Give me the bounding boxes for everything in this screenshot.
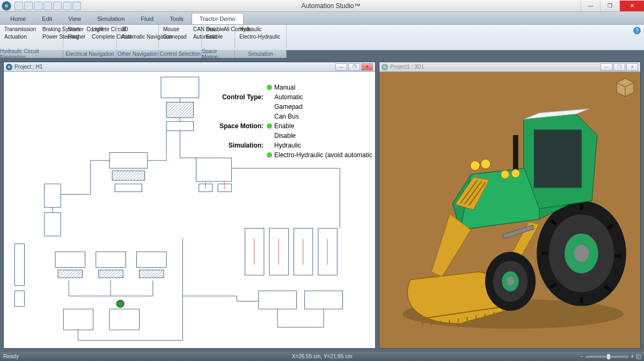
app-logo-icon bbox=[2, 1, 11, 11]
qat-button[interactable] bbox=[24, 2, 33, 10]
pane-close-button[interactable]: ✕ bbox=[626, 63, 638, 71]
svg-rect-6 bbox=[196, 158, 232, 181]
overlay-value: Can Bus bbox=[274, 112, 299, 121]
zoom-controls: − + ◱ bbox=[580, 353, 641, 359]
pane-minimize-button[interactable]: — bbox=[335, 63, 347, 71]
tab-view[interactable]: View bbox=[60, 13, 89, 24]
tab-tractor-demo[interactable]: Tractor Demo bbox=[192, 13, 244, 24]
overlay-value: Enable bbox=[274, 121, 294, 131]
svg-rect-56 bbox=[513, 135, 518, 172]
svg-rect-2 bbox=[166, 102, 194, 117]
document-icon bbox=[382, 64, 388, 70]
svg-rect-22 bbox=[140, 270, 164, 278]
ribbon-item[interactable]: Flasher bbox=[68, 33, 85, 41]
svg-rect-12 bbox=[112, 171, 145, 180]
zoom-slider[interactable] bbox=[586, 356, 628, 358]
ribbon-group-label: Hydraulic Circuit Navigation bbox=[0, 50, 63, 58]
close-button[interactable]: ✕ bbox=[619, 1, 644, 11]
pane-minimize-button[interactable]: — bbox=[601, 63, 612, 71]
qat-button[interactable] bbox=[34, 2, 42, 10]
svg-rect-30 bbox=[318, 229, 337, 275]
overlay-value: Manual bbox=[274, 83, 295, 92]
ribbon-group-label: Space Motion bbox=[202, 50, 235, 58]
pane-close-button[interactable]: ✕ bbox=[361, 63, 373, 71]
status-coordinates: X=26.55 cm, Y=21.95 cm bbox=[292, 353, 353, 359]
ribbon-group-labels: Hydraulic Circuit Navigation Electrical … bbox=[0, 50, 644, 58]
ribbon-item[interactable]: Transmission bbox=[4, 26, 36, 33]
ribbon-group-control-selection: Mouse Gamepad CAN Bus Automatic All Cont… bbox=[159, 25, 202, 48]
svg-point-57 bbox=[470, 161, 480, 171]
ribbon-tabs: Home Edit View Simulation Fluid Tools Tr… bbox=[0, 12, 644, 25]
svg-rect-17 bbox=[55, 252, 85, 267]
minimize-button[interactable]: — bbox=[581, 1, 600, 11]
window-buttons: — ❐ ✕ bbox=[581, 1, 644, 11]
tab-tools[interactable]: Tools bbox=[162, 13, 192, 24]
ribbon-item[interactable]: Hydraulic bbox=[239, 26, 282, 33]
zoom-fit-icon[interactable]: ◱ bbox=[636, 353, 641, 359]
tab-simulation[interactable]: Simulation bbox=[89, 13, 133, 24]
ribbon-group-hydraulic-nav: Transmission Actuation Braking System Po… bbox=[0, 25, 63, 48]
statusbar: Ready X=26.55 cm, Y=21.95 cm − + ◱ bbox=[0, 352, 644, 361]
ribbon-group-other-nav: 3D Automatic Navigation bbox=[117, 25, 159, 48]
zoom-in-button[interactable]: + bbox=[631, 353, 634, 359]
svg-rect-37 bbox=[14, 244, 24, 286]
ribbon-group-label: Other Navigation bbox=[117, 50, 159, 58]
overlay-value: Automatic bbox=[274, 92, 303, 102]
svg-rect-55 bbox=[534, 130, 581, 188]
ribbon-item[interactable]: Actuation bbox=[4, 33, 36, 41]
svg-rect-14 bbox=[45, 184, 61, 208]
ribbon-item[interactable]: Gamepad bbox=[163, 33, 187, 41]
overlay-label: Space Motion: bbox=[213, 121, 267, 131]
overlay-label: Control Type: bbox=[213, 92, 267, 102]
status-dot-icon bbox=[267, 123, 272, 129]
ribbon-item[interactable]: Starter bbox=[68, 26, 85, 33]
ribbon-group-simulation: Hydraulic Electro-Hydraulic bbox=[235, 25, 287, 48]
qat-button[interactable] bbox=[63, 2, 71, 10]
svg-rect-19 bbox=[96, 252, 126, 267]
ribbon-group-label: Control Selection bbox=[159, 50, 202, 58]
view-cube-icon[interactable] bbox=[614, 76, 636, 98]
ribbon-item[interactable]: Electro-Hydraulic bbox=[239, 33, 282, 41]
svg-rect-20 bbox=[99, 270, 123, 278]
svg-point-58 bbox=[481, 159, 491, 169]
qat-button[interactable] bbox=[14, 2, 23, 10]
help-icon[interactable]: ? bbox=[633, 27, 641, 34]
tab-home[interactable]: Home bbox=[2, 13, 34, 24]
svg-rect-21 bbox=[137, 252, 167, 267]
overlay-value: Gamepad bbox=[274, 102, 303, 112]
ribbon-item[interactable]: Mouse bbox=[163, 26, 187, 33]
pane-title-text: Project1 : 3D1 bbox=[390, 64, 424, 70]
svg-point-26 bbox=[116, 300, 124, 308]
svg-rect-18 bbox=[58, 270, 82, 278]
qat-button[interactable] bbox=[43, 2, 52, 10]
svg-point-60 bbox=[511, 169, 520, 178]
svg-rect-35 bbox=[259, 291, 297, 309]
pane-restore-button[interactable]: ❐ bbox=[613, 63, 625, 71]
schematic-canvas[interactable]: Manual Control Type:Automatic Gamepad Ca… bbox=[4, 72, 375, 348]
pane-restore-button[interactable]: ❐ bbox=[348, 63, 360, 71]
svg-rect-28 bbox=[269, 229, 288, 275]
svg-rect-27 bbox=[245, 229, 264, 275]
tab-edit[interactable]: Edit bbox=[34, 13, 60, 24]
svg-rect-1 bbox=[161, 77, 199, 98]
ribbon-item[interactable]: Disable bbox=[206, 26, 230, 33]
qat-button[interactable] bbox=[72, 2, 81, 10]
ribbon-group-label: Simulation bbox=[235, 50, 287, 58]
3d-viewport[interactable] bbox=[379, 72, 640, 348]
3d-pane: Project1 : 3D1 — ❐ ✕ bbox=[379, 62, 641, 349]
tab-fluid[interactable]: Fluid bbox=[133, 13, 162, 24]
ribbon-item[interactable]: Enable bbox=[206, 33, 230, 41]
svg-rect-29 bbox=[294, 229, 312, 275]
overlay-value: Disable bbox=[274, 131, 296, 141]
zoom-out-button[interactable]: − bbox=[580, 353, 583, 359]
svg-point-43 bbox=[574, 245, 589, 262]
window-title: Automation Studio™ bbox=[81, 2, 581, 10]
pane-titlebar[interactable]: Project : H1 — ❐ ✕ bbox=[4, 62, 375, 72]
svg-rect-11 bbox=[109, 153, 148, 168]
svg-point-75 bbox=[507, 277, 514, 286]
svg-rect-3 bbox=[166, 121, 194, 130]
maximize-button[interactable]: ❐ bbox=[600, 1, 619, 11]
pane-titlebar[interactable]: Project1 : 3D1 — ❐ ✕ bbox=[379, 62, 640, 72]
overlay-value: Electro-Hydraulic (avoid automatic bbox=[274, 150, 372, 160]
qat-button[interactable] bbox=[53, 2, 62, 10]
